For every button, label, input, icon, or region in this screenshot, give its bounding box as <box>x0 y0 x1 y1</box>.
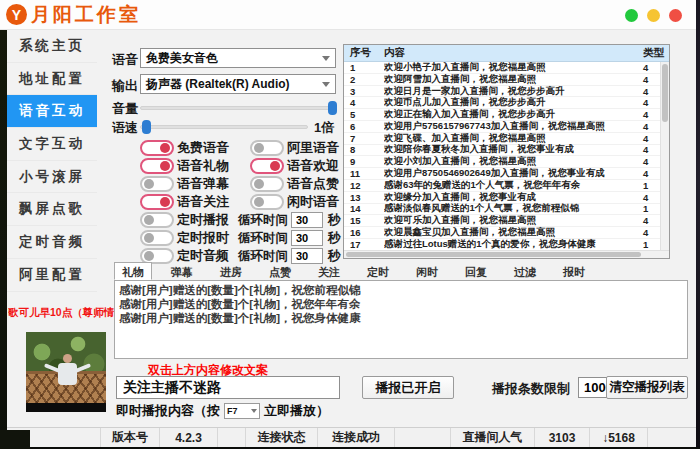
tab-7[interactable]: 回复 <box>457 262 495 280</box>
tab-2[interactable]: 进房 <box>212 262 250 280</box>
chevron-down-icon <box>322 56 330 61</box>
toggle-knob-icon <box>254 179 264 189</box>
window-button-green-icon[interactable] <box>625 9 638 22</box>
toggle-label: 阿里语音 <box>287 140 339 156</box>
toggle-switch[interactable] <box>250 158 284 174</box>
app-logo-icon: Y <box>6 4 27 25</box>
timer-toggle-switch[interactable] <box>140 230 174 246</box>
toggle-label: 语音弹幕 <box>177 176 229 192</box>
table-header-cell: 内容 <box>384 46 643 60</box>
toggle-switch[interactable] <box>250 176 284 192</box>
chevron-down-icon <box>251 409 257 413</box>
table-cell: 5 <box>344 109 384 120</box>
desktop-edge <box>0 430 30 449</box>
toggle-label: 语音点赞 <box>287 176 339 192</box>
cycle-unit-label: 秒 <box>328 230 341 246</box>
speed-slider[interactable] <box>140 125 308 129</box>
table-row[interactable]: 17感谢过往Lotus赠送的1个真的爱你，祝您身体健康1 <box>344 239 669 250</box>
status-item-0: 版本号 <box>100 428 160 447</box>
stream-preview-caption: 歌可儿早10点（尊师情歌小 <box>8 306 116 320</box>
toggle-knob-icon <box>144 179 154 189</box>
toggle-knob-icon <box>254 197 264 207</box>
clear-list-button[interactable]: 清空播报列表 <box>606 376 688 399</box>
toggle-switch[interactable] <box>140 140 174 156</box>
table-cell: 9 <box>344 156 384 167</box>
cycle-time-input[interactable] <box>291 212 323 228</box>
toggle-knob-icon <box>160 161 170 171</box>
status-item-6: ↓5168 <box>590 428 648 447</box>
toggle-switch[interactable] <box>140 158 174 174</box>
table-horizontal-scrollbar[interactable] <box>344 250 669 258</box>
cycle-time-input[interactable] <box>291 230 323 246</box>
window-button-red-icon[interactable] <box>669 9 682 22</box>
broadcast-toggle-button[interactable]: 播报已开启 <box>362 376 454 399</box>
sidebar: 系统主页地址配置语音互动文字互动小号滚屏飘屏点歌定时音频阿里配置 <box>7 30 97 292</box>
toggle-knob-icon <box>270 161 280 171</box>
scrollbar-thumb[interactable] <box>346 252 641 257</box>
tab-1[interactable]: 弹幕 <box>163 262 201 280</box>
sidebar-item-5[interactable]: 飘屏点歌 <box>7 193 97 226</box>
cycle-time-label: 循环时间 <box>238 212 288 228</box>
toggle-knob-icon <box>144 215 154 225</box>
table-cell: 13 <box>344 192 384 203</box>
tab-8[interactable]: 过滤 <box>506 262 544 280</box>
output-select-value: 扬声器 (Realtek(R) Audio) <box>146 76 290 93</box>
toggle-switch[interactable] <box>140 176 174 192</box>
sidebar-item-0[interactable]: 系统主页 <box>7 30 97 63</box>
timer-toggle-switch[interactable] <box>140 212 174 228</box>
window-button-yellow-icon[interactable] <box>647 9 660 22</box>
volume-label: 音量 <box>112 100 138 118</box>
video-thumbnail <box>26 332 106 412</box>
toggle-switch[interactable] <box>140 194 174 210</box>
speed-value: 1倍 <box>314 119 334 137</box>
speed-slider-thumb[interactable] <box>142 120 151 134</box>
sidebar-item-1[interactable]: 地址配置 <box>7 63 97 96</box>
status-bar: 版本号4.2.3连接状态连接成功直播间人气3103↓5168 <box>0 427 696 447</box>
tab-5[interactable]: 定时 <box>359 262 397 280</box>
sidebar-item-3[interactable]: 文字互动 <box>7 128 97 161</box>
toggle-switch[interactable] <box>250 194 284 210</box>
sidebar-item-7[interactable]: 阿里配置 <box>7 259 97 292</box>
tab-3[interactable]: 点赞 <box>261 262 299 280</box>
toggle-label: 免费语音 <box>177 140 229 156</box>
timer-label: 定时播报 <box>177 212 229 228</box>
status-item-4: 直播间人气 <box>450 428 535 447</box>
table-cell: 1 <box>344 62 384 73</box>
volume-slider[interactable] <box>140 106 336 110</box>
sidebar-item-6[interactable]: 定时音频 <box>7 226 97 259</box>
tab-9[interactable]: 报时 <box>555 262 593 280</box>
toggle-knob-icon <box>144 233 154 243</box>
chevron-down-icon <box>322 82 330 87</box>
status-item-2: 连接状态 <box>245 428 318 447</box>
table-cell: 17 <box>344 239 384 250</box>
table-cell: 8 <box>344 144 384 155</box>
tab-0[interactable]: 礼物 <box>114 262 152 280</box>
follow-message-input[interactable] <box>116 376 340 399</box>
template-tabs: 礼物弹幕进房点赞关注定时闲时回复过滤报时 <box>114 262 593 280</box>
status-item-1: 4.2.3 <box>160 428 218 447</box>
window-controls <box>625 9 682 22</box>
tab-6[interactable]: 闲时 <box>408 262 446 280</box>
template-textarea[interactable] <box>114 280 688 359</box>
status-item-5: 3103 <box>535 428 590 447</box>
person-graphic <box>63 354 72 363</box>
table-cell: 3 <box>344 86 384 97</box>
hotkey-value: F7 <box>227 406 238 416</box>
table-cell: 2 <box>344 74 384 85</box>
sidebar-item-4[interactable]: 小号滚屏 <box>7 161 97 194</box>
voice-select[interactable]: 免费美女音色 <box>140 48 336 68</box>
cycle-time-label: 循环时间 <box>238 230 288 246</box>
tab-4[interactable]: 关注 <box>310 262 348 280</box>
table-header-cell: 类型 <box>643 46 669 60</box>
sidebar-item-2[interactable]: 语音互动 <box>7 95 97 128</box>
desktop-edge <box>696 0 700 449</box>
volume-slider-thumb[interactable] <box>328 101 337 115</box>
table-cell: 15 <box>344 215 384 226</box>
toggle-switch[interactable] <box>250 140 284 156</box>
toggle-label: 语音欢迎 <box>287 158 339 174</box>
output-select[interactable]: 扬声器 (Realtek(R) Audio) <box>140 74 336 94</box>
scrollbar-thumb[interactable] <box>662 64 668 122</box>
table-vertical-scrollbar[interactable] <box>660 62 669 250</box>
toggle-knob-icon <box>144 251 154 261</box>
hotkey-select[interactable]: F7 <box>224 403 260 419</box>
